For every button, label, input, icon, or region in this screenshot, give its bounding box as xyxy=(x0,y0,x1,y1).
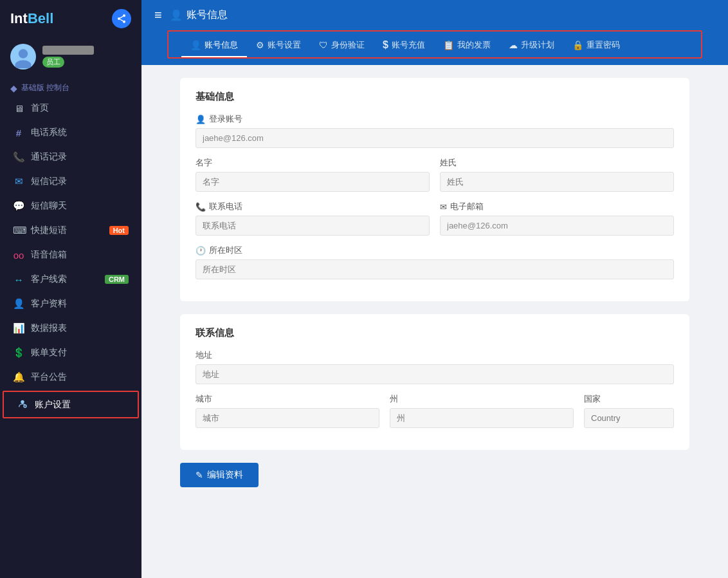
sidebar-item-sms-chat[interactable]: 💬 短信聊天 xyxy=(0,194,141,218)
sidebar-item-reports[interactable]: 📊 数据报表 xyxy=(0,316,141,340)
logo: IntBell xyxy=(10,10,53,27)
svg-line-3 xyxy=(120,19,123,21)
sidebar-item-label: 账户设置 xyxy=(35,399,71,411)
sidebar-item-label: 短信聊天 xyxy=(31,200,67,212)
sidebar-item-announcements[interactable]: 🔔 平台公告 xyxy=(0,365,141,389)
hot-badge: Hot xyxy=(109,226,129,235)
tab-upgrade-icon: ☁ xyxy=(509,40,518,50)
billing-icon: 💲 xyxy=(13,347,24,359)
user-badge: 员工 xyxy=(42,57,64,68)
sidebar-item-call-records[interactable]: 📞 通话记录 xyxy=(0,145,141,169)
sidebar-item-label: 通话记录 xyxy=(31,151,67,163)
crm-badge: CRM xyxy=(105,275,129,284)
phone-group: 📞 联系电话 xyxy=(196,201,430,236)
sidebar-section: ◆ 基础版 控制台 xyxy=(0,76,141,96)
sidebar-item-billing[interactable]: 💲 账单支付 xyxy=(0,340,141,365)
svg-line-4 xyxy=(120,16,123,18)
last-name-label: 姓氏 xyxy=(440,157,674,169)
phone-icon: 📞 xyxy=(196,202,206,212)
submit-button[interactable]: ✎ 编辑资料 xyxy=(180,463,259,487)
submit-label: 编辑资料 xyxy=(207,469,243,481)
sidebar-item-label: 客户资料 xyxy=(31,298,67,310)
sidebar-item-label: 首页 xyxy=(31,102,49,114)
tab-recharge[interactable]: $ 账号充值 xyxy=(374,34,434,57)
page-title-text: 账号信息 xyxy=(187,8,228,22)
sidebar-item-label: 电话系统 xyxy=(31,127,67,138)
contact-info-title: 联系信息 xyxy=(196,327,674,339)
svg-point-1 xyxy=(118,17,120,20)
logo-area: IntBell xyxy=(0,0,141,37)
sidebar-item-label: 账单支付 xyxy=(31,347,67,359)
tab-bar-wrapper: 👤 账号信息 ⚙ 账号设置 🛡 身份验证 $ 账号充值 📋 我的发票 xyxy=(141,30,728,59)
tab-account-info-icon: 👤 xyxy=(190,40,201,50)
sidebar-item-label: 客户线索 xyxy=(31,274,67,285)
timezone-icon: 🕐 xyxy=(196,246,206,256)
sidebar-item-leads[interactable]: ↔ 客户线索 CRM xyxy=(0,267,141,292)
call-icon: 📞 xyxy=(13,151,24,163)
tab-identity-label: 身份验证 xyxy=(331,39,365,51)
tab-account-info[interactable]: 👤 账号信息 xyxy=(181,34,247,57)
city-input[interactable] xyxy=(196,408,379,428)
phone-label: 📞 联系电话 xyxy=(196,201,430,212)
header-top: ≡ 👤 账号信息 xyxy=(141,0,728,30)
first-name-group: 名字 xyxy=(196,157,430,192)
tab-bar: 👤 账号信息 ⚙ 账号设置 🛡 身份验证 $ 账号充值 📋 我的发票 xyxy=(167,30,702,59)
user-info: 员工 xyxy=(42,46,131,68)
country-group: 国家 xyxy=(584,393,674,428)
tab-identity-icon: 🛡 xyxy=(319,40,328,50)
tab-identity[interactable]: 🛡 身份验证 xyxy=(310,34,374,57)
sidebar-item-label: 语音信箱 xyxy=(31,249,67,261)
timezone-input[interactable] xyxy=(196,259,674,279)
state-label: 州 xyxy=(390,393,574,405)
sidebar-item-label: 快捷短语 xyxy=(31,225,67,236)
tab-account-settings[interactable]: ⚙ 账号设置 xyxy=(247,34,310,57)
tab-reset-password[interactable]: 🔒 重置密码 xyxy=(563,34,629,57)
diamond-icon: ◆ xyxy=(10,83,17,93)
first-name-input[interactable] xyxy=(196,172,430,192)
share-button[interactable] xyxy=(112,9,131,28)
user-section: 员工 xyxy=(0,37,141,76)
contact-info-section: 联系信息 地址 城市 州 国家 xyxy=(180,314,689,450)
sidebar-item-quick-sms[interactable]: ⌨ 快捷短语 Hot xyxy=(0,218,141,243)
quick-sms-icon: ⌨ xyxy=(13,225,24,236)
logo-int: Int xyxy=(10,10,28,26)
sidebar-item-voicemail[interactable]: oo 语音信箱 xyxy=(0,243,141,267)
city-group: 城市 xyxy=(196,393,379,428)
address-group: 地址 xyxy=(196,350,674,384)
sidebar-item-home[interactable]: 🖥 首页 xyxy=(0,96,141,120)
sidebar-item-customer[interactable]: 👤 客户资料 xyxy=(0,292,141,316)
sidebar-item-account-settings[interactable]: 账户设置 xyxy=(3,391,139,418)
announcement-icon: 🔔 xyxy=(13,371,24,383)
tab-invoices[interactable]: 📋 我的发票 xyxy=(434,34,500,57)
login-account-group: 👤 登录账号 xyxy=(196,113,674,148)
leads-icon: ↔ xyxy=(13,274,24,285)
login-account-label: 👤 登录账号 xyxy=(196,113,674,125)
submit-icon: ✎ xyxy=(196,470,203,480)
menu-icon[interactable]: ≡ xyxy=(154,8,162,23)
tab-reset-password-icon: 🔒 xyxy=(572,40,583,50)
sidebar: IntBell 员工 ◆ 基础版 控制台 🖥 首页 # 电话系统 xyxy=(0,0,141,578)
sidebar-item-sms-records[interactable]: ✉ 短信记录 xyxy=(0,169,141,194)
email-input[interactable] xyxy=(440,216,674,236)
last-name-input[interactable] xyxy=(440,172,674,192)
account-settings-icon xyxy=(17,398,28,411)
basic-info-section: 基础信息 👤 登录账号 名字 姓氏 xyxy=(180,78,689,301)
chat-icon: 💬 xyxy=(13,200,24,212)
sidebar-item-label: 平台公告 xyxy=(31,371,67,383)
svg-point-7 xyxy=(21,400,24,404)
country-input[interactable] xyxy=(584,408,674,428)
logo-bell: Bell xyxy=(28,10,53,26)
tab-upgrade-label: 升级计划 xyxy=(521,39,554,51)
phone-input[interactable] xyxy=(196,216,430,236)
sms-icon: ✉ xyxy=(13,176,24,187)
state-input[interactable] xyxy=(390,408,574,428)
address-input[interactable] xyxy=(196,364,674,384)
sidebar-item-phone[interactable]: # 电话系统 xyxy=(0,120,141,145)
login-account-input[interactable] xyxy=(196,128,674,148)
tab-upgrade[interactable]: ☁ 升级计划 xyxy=(500,34,563,57)
home-icon: 🖥 xyxy=(13,103,24,114)
tab-account-settings-label: 账号设置 xyxy=(268,39,301,51)
section-label: 基础版 控制台 xyxy=(21,82,69,93)
sidebar-item-label: 数据报表 xyxy=(31,322,67,334)
tab-settings-icon: ⚙ xyxy=(256,40,264,50)
